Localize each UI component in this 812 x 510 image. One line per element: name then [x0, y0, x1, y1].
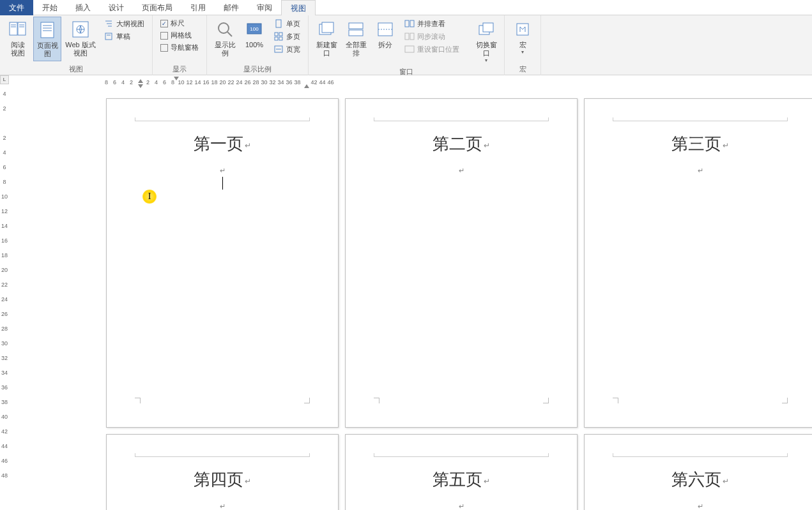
- btn-single-label: 单页: [286, 19, 300, 29]
- ruler-tick: 12: [185, 79, 194, 86]
- btn-new-window[interactable]: 新建窗口: [312, 17, 341, 60]
- tab-mail[interactable]: 邮件: [215, 0, 248, 15]
- svg-rect-22: [276, 20, 281, 27]
- page-6-title: 第六页: [613, 469, 788, 491]
- btn-side-by-side[interactable]: 并排查看: [402, 18, 470, 29]
- ruler-hanging-marker-icon[interactable]: [174, 77, 179, 80]
- tab-design[interactable]: 设计: [100, 0, 133, 15]
- ruler-tick: 28: [0, 326, 9, 340]
- ruler-tick: 38: [0, 399, 9, 414]
- svg-rect-16: [105, 33, 112, 40]
- arrange-all-icon: [346, 19, 366, 40]
- ruler-tick: 44: [318, 79, 326, 86]
- ruler-tick: 14: [194, 79, 202, 86]
- chk-ruler[interactable]: ✓ 标尺: [158, 18, 201, 29]
- btn-page-view-label: 页面视图: [35, 41, 59, 58]
- btn-arrange-all[interactable]: 全部重排: [342, 17, 370, 60]
- btn-page-view[interactable]: 页面视图: [33, 17, 61, 61]
- ruler-indent-marker-icon[interactable]: [138, 84, 143, 88]
- menubar: 文件 开始 插入 设计 页面布局 引用 邮件 审阅 视图: [0, 0, 812, 15]
- btn-split[interactable]: 拆分: [371, 17, 399, 52]
- btn-draft-view[interactable]: 草稿: [101, 31, 147, 42]
- group-macros-label: 宏: [509, 63, 537, 75]
- btn-100percent[interactable]: 100 100%: [240, 17, 268, 52]
- btn-zoom[interactable]: 显示比例: [211, 17, 239, 60]
- tab-view[interactable]: 视图: [281, 0, 316, 15]
- btn-zoom-label: 显示比例: [212, 41, 238, 57]
- tab-references[interactable]: 引用: [181, 0, 215, 15]
- page-2[interactable]: 第二页 ↵: [345, 98, 578, 428]
- ruler-firstline-marker-icon[interactable]: [138, 79, 143, 83]
- ruler-tick: 12: [0, 208, 9, 223]
- btn-100-label: 100%: [245, 41, 263, 49]
- ruler-tick: 34: [0, 370, 9, 384]
- horizontal-ruler[interactable]: 8642246810121416182022242628303234363842…: [102, 75, 335, 89]
- tab-home[interactable]: 开始: [33, 0, 66, 15]
- tab-insert[interactable]: 插入: [66, 0, 100, 15]
- ruler-tick: 46: [0, 458, 9, 472]
- btn-web-view-label: Web 版式视图: [64, 41, 97, 57]
- paragraph-mark-icon: ↵: [135, 502, 310, 510]
- navpane-checkbox-icon: [160, 44, 168, 52]
- btn-pagewidth-label: 页宽: [286, 45, 300, 54]
- ruler-right-marker-icon[interactable]: [304, 84, 309, 88]
- ruler-tick: 24: [0, 296, 9, 311]
- page-6[interactable]: 第六页 ↵: [584, 434, 812, 510]
- chk-navpane[interactable]: 导航窗格: [158, 42, 201, 53]
- reading-view-icon: [8, 19, 28, 40]
- group-show-label: 显示: [157, 63, 203, 75]
- new-window-icon: [316, 19, 337, 40]
- ruler-tick: 6: [0, 164, 9, 179]
- chk-gridlines[interactable]: 网格线: [158, 30, 201, 41]
- btn-switch-window[interactable]: 切换窗口 ▾: [472, 17, 500, 66]
- ruler-tick: 16: [0, 237, 9, 252]
- hundred-icon: 100: [244, 19, 264, 40]
- ruler-tick: 24: [235, 79, 243, 86]
- tab-file[interactable]: 文件: [0, 0, 33, 15]
- btn-outline-view[interactable]: 大纲视图: [101, 18, 147, 29]
- svg-rect-39: [405, 46, 414, 52]
- btn-multi-page[interactable]: 多页: [271, 31, 303, 42]
- ruler-corner: L: [0, 75, 9, 84]
- btn-page-width[interactable]: 页宽: [271, 43, 303, 55]
- page-1-title: 第一页: [135, 133, 310, 155]
- tab-review[interactable]: 审阅: [248, 0, 281, 15]
- page-5-title: 第五页: [374, 469, 549, 491]
- svg-rect-37: [405, 33, 409, 40]
- ruler-tick: 8: [102, 79, 111, 86]
- ruler-tick: 22: [227, 79, 235, 86]
- btn-multi-label: 多页: [286, 32, 300, 41]
- ruler-tick: 20: [218, 79, 227, 86]
- ruler-tick: 46: [326, 79, 335, 86]
- ruler-tick: 26: [0, 311, 9, 326]
- ruler-tick: 28: [252, 79, 260, 86]
- vertical-ruler[interactable]: 4224681012141618202224262830323436384042…: [0, 91, 9, 487]
- ruler-tick: 4: [0, 149, 9, 164]
- page-3[interactable]: 第三页 ↵: [584, 98, 812, 428]
- btn-single-page[interactable]: 单页: [271, 18, 303, 29]
- switch-window-icon: [476, 19, 496, 40]
- svg-rect-6: [41, 22, 54, 38]
- ruler-tick: 36: [285, 79, 293, 86]
- ruler-tick: 2: [0, 135, 9, 149]
- btn-reading-view[interactable]: 阅读 视图: [4, 17, 32, 60]
- reset-pos-icon: [404, 44, 415, 54]
- document-area[interactable]: 第一页 ↵ 第二页 ↵: [9, 89, 812, 510]
- btn-sync-scroll: 同步滚动: [402, 31, 470, 42]
- page-1[interactable]: 第一页 ↵: [106, 98, 339, 428]
- btn-web-view[interactable]: Web 版式视图: [63, 17, 98, 60]
- tab-pagelayout[interactable]: 页面布局: [133, 0, 181, 15]
- ruler-tick: [0, 120, 9, 135]
- btn-macros[interactable]: 宏 ▾: [509, 17, 537, 57]
- paragraph-mark-icon: ↵: [135, 167, 310, 175]
- workspace: L 86422468101214161820222426283032343638…: [0, 75, 812, 510]
- group-window: 新建窗口 全部重排 拆分 并排查看 同步滚动: [309, 15, 505, 75]
- ruler-tick: 20: [0, 267, 9, 281]
- page-4[interactable]: 第四页 ↵: [106, 434, 339, 510]
- btn-reset-label: 重设窗口位置: [417, 45, 459, 54]
- svg-rect-24: [279, 33, 282, 36]
- chk-gridlines-label: 网格线: [171, 31, 192, 40]
- ruler-tick: 18: [0, 252, 9, 267]
- macros-icon: [512, 19, 533, 40]
- page-5[interactable]: 第五页 ↵: [345, 434, 578, 510]
